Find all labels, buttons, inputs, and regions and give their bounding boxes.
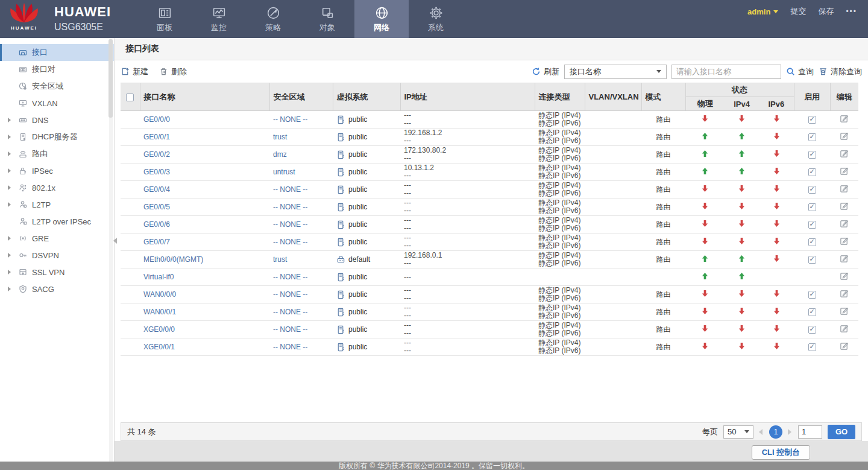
sidebar-item-interface[interactable]: 接口 [0, 44, 114, 61]
user-menu[interactable]: admin [747, 7, 778, 16]
edit-icon[interactable] [840, 149, 849, 158]
zone-link[interactable]: -- NONE -- [273, 273, 307, 281]
select-all-checkbox[interactable] [126, 94, 134, 101]
goto-page-input[interactable] [798, 425, 822, 439]
sidebar-item-dhcp-server[interactable]: DHCP服务器 [0, 129, 114, 145]
nav-tab-object[interactable]: 对象 [300, 0, 354, 38]
ip-address-cell: ------ [400, 233, 535, 251]
enable-checkbox[interactable] [808, 308, 816, 316]
prev-page-icon[interactable] [759, 428, 764, 436]
clear-query-button[interactable]: 清除查询 [819, 66, 862, 77]
refresh-button[interactable]: 刷新 [532, 66, 559, 77]
per-page-select[interactable]: 50 [723, 425, 753, 439]
enable-checkbox[interactable] [808, 133, 816, 141]
sidebar-item-l2tp-over-ipsec[interactable]: L2TP over IPSec [0, 213, 114, 230]
query-button[interactable]: 查询 [786, 66, 814, 77]
edit-icon[interactable] [840, 254, 849, 263]
edit-icon[interactable] [840, 167, 849, 176]
nav-tab-monitor[interactable]: 监控 [192, 0, 246, 38]
zone-link[interactable]: -- NONE -- [273, 343, 307, 351]
zone-link[interactable]: -- NONE -- [273, 308, 307, 316]
interface-link[interactable]: WAN0/0/1 [143, 308, 176, 316]
enable-checkbox[interactable] [808, 151, 816, 159]
interface-link[interactable]: GE0/0/5 [143, 203, 170, 211]
interface-link[interactable]: GE0/0/0 [143, 115, 170, 124]
zone-link[interactable]: -- NONE -- [273, 115, 307, 124]
enable-checkbox[interactable] [808, 203, 816, 211]
interface-link[interactable]: GE0/0/2 [143, 150, 170, 159]
interface-link[interactable]: GE0/0/7 [143, 238, 170, 246]
zone-link[interactable]: -- NONE -- [273, 185, 307, 194]
interface-link[interactable]: GE0/0/1 [143, 133, 170, 141]
interface-link[interactable]: WAN0/0/0 [143, 290, 176, 299]
edit-icon[interactable] [840, 306, 849, 316]
sidebar-item-sacg[interactable]: SACG [0, 281, 114, 297]
interface-link[interactable]: XGE0/0/0 [143, 325, 175, 334]
sidebar-item-dns[interactable]: DNS [0, 112, 114, 129]
filter-field-select[interactable]: 接口名称 [564, 65, 667, 79]
submit-button[interactable]: 提交 [790, 6, 806, 17]
enable-checkbox[interactable] [808, 168, 816, 176]
interface-link[interactable]: GE0/0/3 [143, 168, 170, 176]
enable-checkbox[interactable] [808, 238, 816, 246]
current-page-badge[interactable]: 1 [769, 425, 782, 439]
interface-link[interactable]: GE0/0/4 [143, 185, 170, 194]
zone-link[interactable]: untrust [273, 168, 295, 176]
zone-link[interactable]: trust [273, 133, 287, 141]
zone-link[interactable]: -- NONE -- [273, 220, 307, 229]
interface-link[interactable]: XGE0/0/1 [143, 343, 175, 351]
enable-checkbox[interactable] [808, 291, 816, 299]
sidebar-collapse-handle[interactable] [112, 234, 118, 247]
sidebar-item-l2tp[interactable]: L2TP [0, 196, 114, 213]
enable-checkbox[interactable] [808, 256, 816, 264]
save-button[interactable]: 保存 [818, 6, 834, 17]
zone-link[interactable]: -- NONE -- [273, 325, 307, 334]
delete-button[interactable]: 删除 [159, 66, 187, 77]
enable-checkbox[interactable] [808, 326, 816, 334]
nav-tab-policy[interactable]: 策略 [246, 0, 300, 38]
interface-link[interactable]: Virtual-if0 [143, 273, 174, 281]
enable-checkbox[interactable] [808, 343, 816, 351]
edit-icon[interactable] [840, 272, 849, 281]
sidebar-item-gre[interactable]: GRE [0, 230, 114, 247]
zone-link[interactable]: dmz [273, 150, 287, 159]
edit-icon[interactable] [840, 341, 849, 351]
refresh-icon [532, 67, 541, 76]
search-input[interactable] [671, 65, 781, 79]
sidebar-item-vxlan[interactable]: VXLAN [0, 95, 114, 112]
zone-link[interactable]: -- NONE -- [273, 238, 307, 246]
nav-tab-system[interactable]: 系统 [409, 0, 463, 38]
zone-link[interactable]: -- NONE -- [273, 290, 307, 299]
edit-icon[interactable] [840, 324, 849, 333]
enable-checkbox[interactable] [808, 116, 816, 124]
sidebar-item-security-zone[interactable]: 安全区域 [0, 78, 114, 95]
sidebar-item-ssl-vpn[interactable]: SSL VPN [0, 264, 114, 281]
cli-console-button[interactable]: CLI 控制台 [752, 445, 810, 460]
more-menu-icon[interactable]: ••• [846, 7, 857, 16]
edit-icon[interactable] [840, 132, 849, 141]
nav-tab-dashboard[interactable]: 面板 [137, 0, 192, 38]
next-page-icon[interactable] [788, 428, 793, 436]
edit-icon[interactable] [840, 219, 849, 228]
edit-icon[interactable] [840, 237, 849, 246]
enable-checkbox[interactable] [808, 221, 816, 229]
new-button[interactable]: 新建 [121, 66, 148, 77]
sidebar-item-interface-pair[interactable]: 接口对 [0, 61, 114, 78]
edit-cell [830, 251, 858, 268]
sidebar-item-dot1x[interactable]: 802.1x [0, 179, 114, 196]
enable-checkbox[interactable] [808, 186, 816, 194]
interface-link[interactable]: MEth0/0/0(MGMT) [143, 255, 203, 264]
edit-icon[interactable] [840, 202, 849, 211]
sidebar-scrollbar-thumb[interactable] [108, 39, 113, 118]
edit-icon[interactable] [840, 289, 849, 298]
sidebar-item-dsvpn[interactable]: DSVPN [0, 247, 114, 264]
interface-link[interactable]: GE0/0/6 [143, 220, 170, 229]
sidebar-item-ipsec[interactable]: IPSec [0, 162, 114, 179]
go-button[interactable]: GO [828, 425, 855, 439]
zone-link[interactable]: trust [273, 255, 287, 264]
nav-tab-network[interactable]: 网络 [354, 0, 409, 38]
edit-icon[interactable] [840, 114, 849, 123]
sidebar-item-route[interactable]: 路由 [0, 145, 114, 162]
edit-icon[interactable] [840, 184, 849, 193]
zone-link[interactable]: -- NONE -- [273, 203, 307, 211]
